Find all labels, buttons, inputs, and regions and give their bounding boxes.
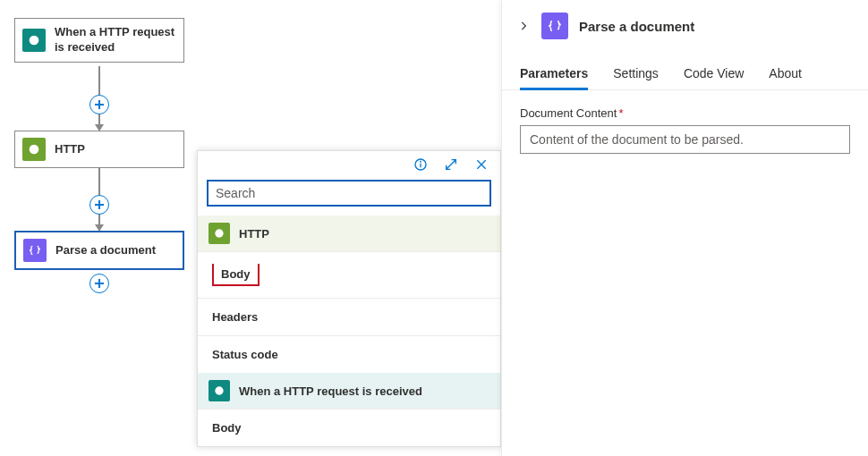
search-input[interactable] xyxy=(207,180,491,207)
section-header-trigger[interactable]: When a HTTP request is received xyxy=(198,373,500,409)
panel-tabs: Parameters Settings Code View About xyxy=(502,52,868,90)
label-text: Document Content xyxy=(520,106,617,120)
svg-point-5 xyxy=(215,229,223,237)
section-title: HTTP xyxy=(239,227,269,241)
svg-point-1 xyxy=(30,145,39,155)
braces-icon xyxy=(23,239,47,262)
tab-code-view[interactable]: Code View xyxy=(684,59,744,89)
field-status-code[interactable]: Status code xyxy=(198,335,500,373)
field-headers[interactable]: Headers xyxy=(198,298,500,335)
panel-title: Parse a document xyxy=(579,19,694,34)
field-body-highlighted[interactable]: Body xyxy=(212,264,260,286)
popover-toolbar xyxy=(198,151,500,178)
tab-about[interactable]: About xyxy=(769,59,802,89)
add-step-button[interactable] xyxy=(89,95,109,114)
chevron-right-icon[interactable] xyxy=(516,19,531,33)
section-title: When a HTTP request is received xyxy=(239,384,422,398)
properties-panel: Parse a document Parameters Settings Cod… xyxy=(501,0,868,456)
tab-parameters[interactable]: Parameters xyxy=(520,59,588,89)
field-body[interactable]: Body xyxy=(198,409,500,446)
search-container xyxy=(198,178,500,215)
section-header-http[interactable]: HTTP xyxy=(198,215,500,251)
braces-icon xyxy=(541,13,568,39)
dynamic-content-popover: HTTP Body Headers Status code When a HTT… xyxy=(197,150,501,447)
flow-node-http-trigger[interactable]: When a HTTP request is received xyxy=(14,18,184,63)
trigger-icon xyxy=(208,380,230,401)
panel-header: Parse a document xyxy=(502,0,868,52)
tab-settings[interactable]: Settings xyxy=(613,59,659,89)
document-content-input[interactable] xyxy=(520,125,850,154)
field-row-body[interactable]: Body xyxy=(198,251,500,298)
close-icon[interactable] xyxy=(473,156,489,173)
flow-canvas: When a HTTP request is received HTTP Par… xyxy=(0,0,188,456)
svg-point-0 xyxy=(30,36,39,46)
node-label: Parse a document xyxy=(55,243,156,258)
info-icon[interactable] xyxy=(413,156,429,173)
node-label: HTTP xyxy=(55,142,85,157)
http-icon xyxy=(208,223,230,244)
document-content-label: Document Content* xyxy=(520,106,850,120)
flow-node-http[interactable]: HTTP xyxy=(14,131,184,168)
svg-point-6 xyxy=(215,386,223,394)
add-step-button[interactable] xyxy=(89,195,109,215)
flow-node-parse-document[interactable]: Parse a document xyxy=(14,231,184,270)
form-area: Document Content* xyxy=(502,90,868,170)
required-asterisk: * xyxy=(618,106,623,120)
expand-icon[interactable] xyxy=(443,156,459,173)
node-label: When a HTTP request is received xyxy=(55,25,176,55)
svg-point-4 xyxy=(421,161,421,162)
add-step-button[interactable] xyxy=(89,274,109,293)
trigger-icon xyxy=(22,29,46,52)
http-icon xyxy=(22,138,46,161)
